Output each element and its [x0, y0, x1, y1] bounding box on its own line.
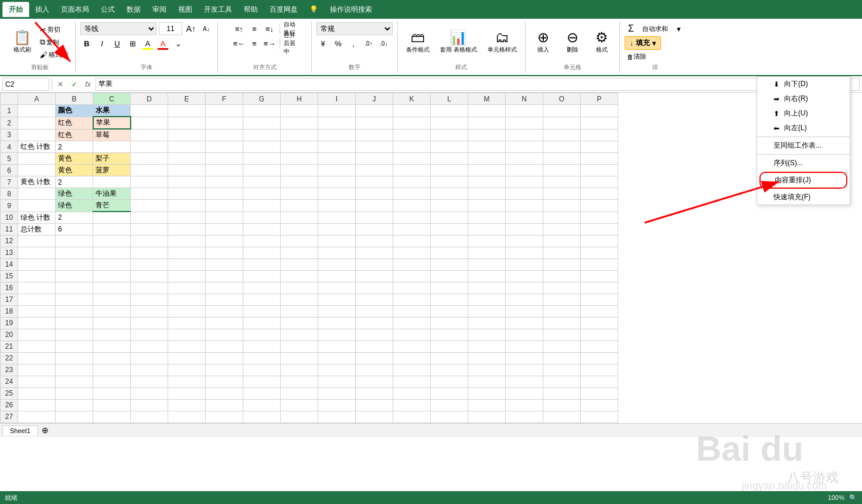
cell-l4[interactable]: [431, 141, 468, 153]
cell-o8[interactable]: [543, 188, 581, 200]
sheet-tab-1[interactable]: Sheet1: [2, 425, 38, 435]
cell-o6[interactable]: [543, 165, 581, 176]
cell-e9[interactable]: [168, 200, 206, 212]
cell-b7[interactable]: 2: [56, 176, 93, 188]
cell-l6[interactable]: [431, 165, 468, 176]
fill-right-item[interactable]: ➡ 向右(R): [757, 91, 850, 106]
cell-i4[interactable]: [318, 141, 356, 153]
cell-h7[interactable]: [281, 176, 318, 188]
cell-b5[interactable]: 黄色: [56, 153, 93, 165]
cell-b11[interactable]: 6: [56, 223, 93, 235]
fill-button[interactable]: ↓ 填充 ▾: [625, 36, 661, 50]
cell-f9[interactable]: [206, 200, 243, 212]
cell-b4[interactable]: 2: [56, 141, 93, 153]
menu-data[interactable]: 数据: [121, 2, 146, 17]
cell-g9[interactable]: [243, 200, 281, 212]
cell-h6[interactable]: [281, 165, 318, 176]
auto-sum-button[interactable]: 自动求和: [640, 23, 670, 35]
cell-j6[interactable]: [356, 165, 393, 176]
cell-i9[interactable]: [318, 200, 356, 212]
delete-cells-button[interactable]: ⊖ 删除: [560, 28, 585, 56]
cell-m5[interactable]: [468, 153, 506, 165]
cell-k2[interactable]: [393, 117, 431, 129]
cell-e2[interactable]: [168, 117, 206, 129]
menu-developer[interactable]: 开发工具: [198, 2, 238, 17]
row-header-8[interactable]: 8: [1, 188, 18, 200]
number-format-select[interactable]: 常规: [316, 22, 393, 35]
cell-e7[interactable]: [168, 176, 206, 188]
cell-c3[interactable]: 草莓: [93, 129, 131, 141]
col-header-e[interactable]: E: [168, 93, 206, 105]
menu-lightbulb[interactable]: 💡: [304, 3, 324, 16]
cell-f7[interactable]: [206, 176, 243, 188]
cell-m3[interactable]: [468, 129, 506, 141]
cell-j10[interactable]: [356, 212, 393, 223]
row-header-10[interactable]: 10: [1, 212, 18, 223]
cell-e3[interactable]: [168, 129, 206, 141]
row-header-3[interactable]: 3: [1, 129, 18, 141]
col-header-m[interactable]: M: [468, 93, 506, 105]
cell-a3[interactable]: [18, 129, 56, 141]
bold-button[interactable]: B: [80, 37, 93, 50]
cell-d7[interactable]: [131, 176, 168, 188]
cell-n5[interactable]: [506, 153, 543, 165]
cell-o11[interactable]: [543, 223, 581, 235]
cell-m1[interactable]: [468, 105, 506, 117]
cell-g3[interactable]: [243, 129, 281, 141]
cell-o2[interactable]: [543, 117, 581, 129]
paste-button[interactable]: 📋 格式刷: [9, 28, 35, 56]
cell-j3[interactable]: [356, 129, 393, 141]
cell-d8[interactable]: [131, 188, 168, 200]
font-size-decrease[interactable]: A↓: [200, 22, 213, 35]
row-header-2[interactable]: 2: [1, 117, 18, 129]
table-format-button[interactable]: 📊 套用 表格格式: [437, 28, 481, 56]
align-top[interactable]: ≡↑: [233, 22, 246, 35]
format-cells-button[interactable]: ⚙ 格式: [589, 28, 615, 56]
col-header-h[interactable]: H: [281, 93, 318, 105]
cell-m4[interactable]: [468, 141, 506, 153]
cell-i7[interactable]: [318, 176, 356, 188]
cell-i3[interactable]: [318, 129, 356, 141]
row-header-6[interactable]: 6: [1, 165, 18, 176]
font-size-increase[interactable]: A↑: [185, 22, 197, 35]
align-middle[interactable]: ≡: [248, 22, 261, 35]
cell-ref-box[interactable]: [2, 78, 49, 91]
cell-p4[interactable]: [581, 141, 618, 153]
justify-item[interactable]: 内容重排(J): [759, 172, 847, 189]
cell-c1[interactable]: 水果: [93, 105, 131, 117]
fill-down-item[interactable]: ⬇ 向下(D): [757, 77, 850, 91]
col-header-c[interactable]: C: [93, 93, 131, 105]
formula-input[interactable]: [96, 78, 860, 91]
cell-c4[interactable]: [93, 141, 131, 153]
row-header-4[interactable]: 4: [1, 141, 18, 153]
percent-btn[interactable]: %: [332, 37, 345, 50]
cell-j2[interactable]: [356, 117, 393, 129]
cell-k9[interactable]: [393, 200, 431, 212]
cell-j4[interactable]: [356, 141, 393, 153]
cell-k5[interactable]: [393, 153, 431, 165]
cell-a6[interactable]: [18, 165, 56, 176]
font-color-button[interactable]: A: [156, 37, 169, 50]
cell-i10[interactable]: [318, 212, 356, 223]
flash-fill-item[interactable]: 快速填充(F): [757, 190, 850, 205]
cell-f3[interactable]: [206, 129, 243, 141]
cell-a5[interactable]: [18, 153, 56, 165]
cell-l5[interactable]: [431, 153, 468, 165]
cell-a2[interactable]: [18, 117, 56, 129]
cell-h4[interactable]: [281, 141, 318, 153]
align-left[interactable]: ≡←: [233, 37, 246, 50]
cell-d4[interactable]: [131, 141, 168, 153]
menu-help[interactable]: 帮助: [238, 2, 264, 17]
font-size-input[interactable]: [159, 22, 182, 35]
cell-h11[interactable]: [281, 223, 318, 235]
cell-b8[interactable]: 绿色: [56, 188, 93, 200]
fill-up-item[interactable]: ⬆ 向上(U): [757, 106, 850, 121]
series-item[interactable]: 序列(S)...: [757, 156, 850, 171]
cell-n1[interactable]: [506, 105, 543, 117]
cell-o7[interactable]: [543, 176, 581, 188]
cell-f4[interactable]: [206, 141, 243, 153]
cancel-formula-btn[interactable]: ✕: [54, 79, 66, 90]
cell-k10[interactable]: [393, 212, 431, 223]
cell-k11[interactable]: [393, 223, 431, 235]
row-header-9[interactable]: 9: [1, 200, 18, 212]
